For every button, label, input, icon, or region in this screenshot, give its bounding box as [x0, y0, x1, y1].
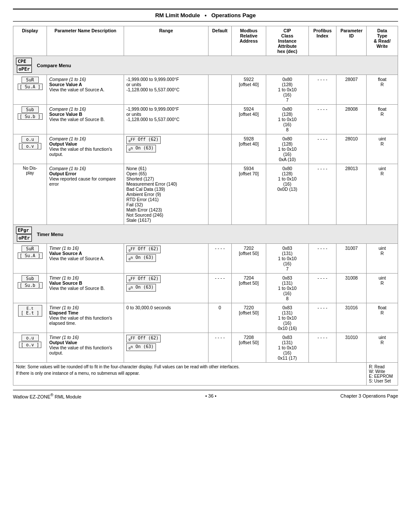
- table-row: Sub[ Su.b ]Compare (1 to 16)Source Value…: [13, 105, 398, 134]
- table-row: E.t[ E.t ]Timer (1 to 16)Elapsed TimeVie…: [13, 303, 398, 333]
- cell-profibus: - - - -: [308, 164, 336, 225]
- col-range: Range: [124, 26, 209, 56]
- table-row: No Dis- playCompare (1 to 16)Output Erro…: [13, 164, 398, 225]
- section-header-compare_section: CPEoPErCompare Menu: [13, 56, 398, 75]
- cell-range: oFF Off (62)on On (63): [124, 244, 209, 274]
- cell-range: oFF Off (62)on On (63): [124, 274, 209, 303]
- cell-display: SuR[ Su.A ]: [13, 75, 47, 105]
- cell-modbus: 5934 [offset 70]: [231, 164, 266, 225]
- col-cip: CIPClassInstanceAttributehex (dec): [266, 26, 308, 56]
- cell-param-id: 28013: [336, 164, 367, 225]
- footer-left: Watlow EZ-ZONE® RML Module: [13, 393, 81, 399]
- col-data-type: DataType& Read/Write: [367, 26, 398, 56]
- notes-cell: Note: Some values will be rounded off to…: [13, 363, 367, 386]
- cell-range: oFF Off (62)on On (63): [124, 333, 209, 363]
- cell-range: None (61) Open (65) Shorted (127) Measur…: [124, 164, 209, 225]
- cell-default: - - - -: [208, 244, 231, 274]
- cell-display: SuR[ Su.A ]: [13, 244, 47, 274]
- cell-display: E.t[ E.t ]: [13, 303, 47, 333]
- cell-data-type: uint R: [367, 134, 398, 164]
- cell-default: - - - -: [208, 333, 231, 363]
- cell-param-id: 28008: [336, 105, 367, 134]
- table-row: o.u[ o.v ]Timer (1 to 16)Output ValueVie…: [13, 333, 398, 363]
- cell-modbus: 7208 [offset 50]: [231, 333, 266, 363]
- header-sep: •: [205, 12, 207, 19]
- cell-display: o.u[ o.v ]: [13, 134, 47, 164]
- cell-param-name: Timer (1 to 16)Elapsed TimeView the valu…: [47, 303, 124, 333]
- cell-cip: 0x83 (131) 1 to 0x10 (16) 0x10 (16): [266, 303, 308, 333]
- cell-range: 0 to 30,000.0 seconds: [124, 303, 209, 333]
- cell-default: [208, 105, 231, 134]
- cell-param-name: Compare (1 to 16)Output ErrorView report…: [47, 164, 124, 225]
- cell-range: oFF Off (62)on On (63): [124, 134, 209, 164]
- legend-cell: R: Read W: Write E: EEPROM S: User Set: [367, 363, 398, 386]
- cell-param-id: 31010: [336, 333, 367, 363]
- notes-row: Note: Some values will be rounded off to…: [13, 363, 398, 386]
- cell-range: -1,999.000 to 9,999.000°F or units -1,12…: [124, 105, 209, 134]
- header-subtitle: Operations Page: [211, 12, 255, 19]
- cell-cip: 0x83 (131) 1 to 0x10 (16) 8: [266, 274, 308, 303]
- cell-data-type: uint R: [367, 164, 398, 225]
- cell-param-name: Timer (1 to 16)Output ValueView the valu…: [47, 333, 124, 363]
- col-display: Display: [13, 26, 47, 56]
- page-footer: Watlow EZ-ZONE® RML Module • 36 • Chapte…: [13, 390, 398, 399]
- cell-display: Sub[ Su.b ]: [13, 105, 47, 134]
- col-default: Default: [208, 26, 231, 56]
- cell-param-id: 31016: [336, 303, 367, 333]
- cell-cip: 0x83 (131) 1 to 0x10 (16) 7: [266, 244, 308, 274]
- cell-data-type: float R: [367, 75, 398, 105]
- header-title: RM Limit Module: [155, 12, 200, 19]
- col-param-name: Parameter Name Description: [47, 26, 124, 56]
- cell-default: - - - -: [208, 274, 231, 303]
- cell-default: [208, 164, 231, 225]
- col-param-id: ParameterID: [336, 26, 367, 56]
- cell-data-type: uint R: [367, 333, 398, 363]
- cell-cip: 0x80 (128) 1 to 0x10 (16) 0x0D (13): [266, 164, 308, 225]
- page-header: RM Limit Module • Operations Page: [13, 9, 398, 22]
- cell-profibus: - - - -: [308, 333, 336, 363]
- cell-profibus: - - - -: [308, 105, 336, 134]
- cell-param-name: Timer (1 to 16)Value Source AView the va…: [47, 244, 124, 274]
- cell-display: o.u[ o.v ]: [13, 333, 47, 363]
- cell-param-id: 28007: [336, 75, 367, 105]
- cell-profibus: - - - -: [308, 274, 336, 303]
- cell-profibus: - - - -: [308, 75, 336, 105]
- cell-default: [208, 134, 231, 164]
- cell-cip: 0x80 (128) 1 to 0x10 (16) 7: [266, 75, 308, 105]
- cell-profibus: - - - -: [308, 134, 336, 164]
- cell-modbus: 7204 [offset 50]: [231, 274, 266, 303]
- cell-param-id: 31007: [336, 244, 367, 274]
- table-row: Sub[ Su.b ]Timer (1 to 16)Value Source B…: [13, 274, 398, 303]
- table-row: SuR[ Su.A ]Timer (1 to 16)Value Source A…: [13, 244, 398, 274]
- cell-modbus: 5928 [offset 40]: [231, 134, 266, 164]
- cell-data-type: float R: [367, 105, 398, 134]
- cell-data-type: float R: [367, 303, 398, 333]
- cell-range: -1,999.000 to 9,999.000°F or units -1,12…: [124, 75, 209, 105]
- cell-default: 0: [208, 303, 231, 333]
- cell-cip: 0x80 (128) 1 to 0x10 (16) 0xA (10): [266, 134, 308, 164]
- section-header-timer_section: EPgroPErTimer Menu: [13, 225, 398, 244]
- col-profibus: ProfibusIndex: [308, 26, 336, 56]
- cell-data-type: uint R: [367, 244, 398, 274]
- footer-center: • 36 •: [205, 393, 216, 398]
- cell-modbus: 7220 [offset 50]: [231, 303, 266, 333]
- cell-modbus: 7202 [offset 50]: [231, 244, 266, 274]
- cell-param-id: 28010: [336, 134, 367, 164]
- cell-param-name: Compare (1 to 16)Output ValueView the va…: [47, 134, 124, 164]
- footer-right: Chapter 3 Operations Page: [340, 393, 398, 398]
- table-row: o.u[ o.v ]Compare (1 to 16)Output ValueV…: [13, 134, 398, 164]
- cell-cip: 0x83 (131) 1 to 0x10 (16) 0x11 (17): [266, 333, 308, 363]
- cell-cip: 0x80 (128) 1 to 0x10 (16) 8: [266, 105, 308, 134]
- cell-default: [208, 75, 231, 105]
- footer-brand: Watlow EZ-ZONE® RML Module: [13, 394, 81, 399]
- main-table: Display Parameter Name Description Range…: [13, 26, 398, 386]
- cell-param-name: Compare (1 to 16)Source Value AView the …: [47, 75, 124, 105]
- cell-param-name: Compare (1 to 16)Source Value BView the …: [47, 105, 124, 134]
- cell-param-name: Timer (1 to 16)Value Source BView the va…: [47, 274, 124, 303]
- cell-display: No Dis- play: [13, 164, 47, 225]
- cell-profibus: - - - -: [308, 244, 336, 274]
- cell-param-id: 31008: [336, 274, 367, 303]
- col-modbus: ModbusRelativeAddress: [231, 26, 266, 56]
- cell-modbus: 5924 [offset 40]: [231, 105, 266, 134]
- cell-profibus: - - - -: [308, 303, 336, 333]
